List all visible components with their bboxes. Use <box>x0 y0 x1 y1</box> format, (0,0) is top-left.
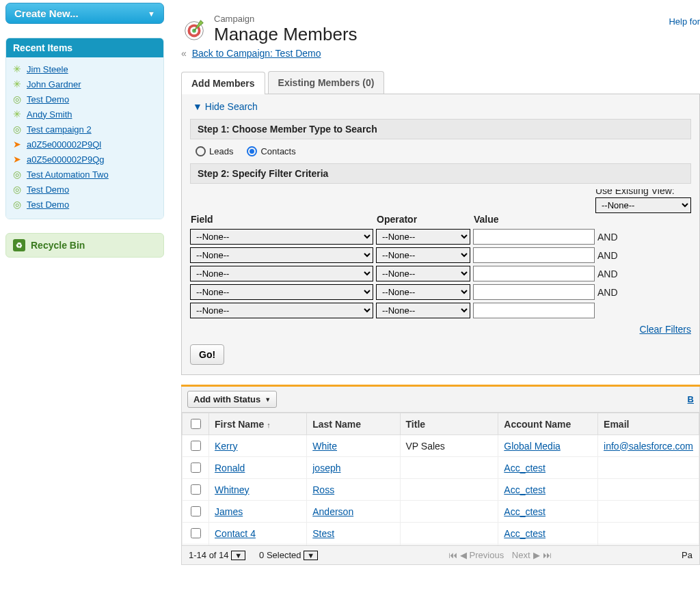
filter-field-select[interactable]: --None-- <box>190 266 373 281</box>
pager-range[interactable]: 1-14 of 14 ▼ <box>189 550 245 560</box>
recent-item[interactable]: ◎Test Demo <box>10 182 161 197</box>
account-link[interactable]: Acc_ctest <box>504 506 546 517</box>
pager-selected[interactable]: 0 Selected ▼ <box>259 550 318 560</box>
filter-value-input[interactable] <box>473 266 595 281</box>
col-account-name[interactable]: Account Name <box>498 413 598 435</box>
filter-value-input[interactable] <box>473 284 595 300</box>
recent-item-link[interactable]: Test Demo <box>27 184 69 195</box>
last-name-link[interactable]: Ross <box>312 484 334 495</box>
left-sidebar: Create New... ▼ Recent Items ✳Jim Steele… <box>0 0 167 565</box>
recent-item[interactable]: ✳Andy Smith <box>10 107 161 122</box>
recent-item[interactable]: ➤a0Z5e000002P9Qg <box>10 152 161 167</box>
filter-value-input[interactable] <box>473 247 595 263</box>
page-title: Manage Members <box>214 24 358 45</box>
recent-item[interactable]: ◎Test Demo <box>10 92 161 107</box>
last-page-icon[interactable]: ⏭ <box>543 550 552 560</box>
account-link[interactable]: Global Media <box>504 441 561 452</box>
filter-value-input[interactable] <box>473 303 595 318</box>
recent-item-link[interactable]: a0Z5e000002P9Qg <box>27 154 104 165</box>
results-table: First Name↑ Last Name Title Account Name… <box>182 413 699 545</box>
filter-field-select[interactable]: --None-- <box>190 247 373 263</box>
filter-operator-select[interactable]: --None-- <box>376 266 470 281</box>
campaign-icon: ◎ <box>12 169 23 180</box>
first-name-link[interactable]: Kerry <box>215 441 237 452</box>
recent-item-link[interactable]: Jim Steele <box>27 64 68 74</box>
col-email[interactable]: Email <box>598 413 699 435</box>
title-cell <box>400 457 498 479</box>
col-first-name[interactable]: First Name↑ <box>209 413 307 435</box>
add-with-status-button[interactable]: Add with Status ▼ <box>187 391 277 408</box>
letter-filter-link[interactable]: B <box>688 394 694 404</box>
recent-item-link[interactable]: Test Automation Two <box>27 169 109 180</box>
filter-field-select[interactable]: --None-- <box>190 229 373 245</box>
recent-item[interactable]: ✳Jim Steele <box>10 61 161 77</box>
title-cell <box>400 523 498 544</box>
tab-add-members[interactable]: Add Members <box>181 72 265 94</box>
radio-contacts-label: Contacts <box>260 146 295 156</box>
go-button[interactable]: Go! <box>190 344 224 365</box>
recent-item[interactable]: ◎Test Automation Two <box>10 167 161 182</box>
col-last-name[interactable]: Last Name <box>307 413 400 435</box>
row-checkbox[interactable] <box>191 506 201 516</box>
help-link[interactable]: Help for <box>669 16 700 27</box>
create-new-button[interactable]: Create New... ▼ <box>5 3 164 24</box>
col-operator: Operator <box>376 213 473 227</box>
filter-operator-select[interactable]: --None-- <box>376 284 470 300</box>
radio-leads[interactable]: Leads <box>196 146 233 156</box>
clear-filters-link[interactable]: Clear Filters <box>640 324 691 335</box>
account-link[interactable]: Acc_ctest <box>504 463 546 473</box>
recent-item[interactable]: ➤a0Z5e000002P9Ql <box>10 137 161 152</box>
account-link[interactable]: Acc_ctest <box>504 484 546 495</box>
hide-search-toggle[interactable]: ▼ Hide Search <box>193 101 691 112</box>
first-name-link[interactable]: Ronald <box>215 463 245 473</box>
prev-page-icon[interactable]: ◀ <box>460 550 467 560</box>
row-checkbox[interactable] <box>191 463 201 473</box>
next-label[interactable]: Next <box>512 550 530 560</box>
filter-value-input[interactable] <box>473 229 595 245</box>
recent-item-link[interactable]: Test campaign 2 <box>27 124 92 135</box>
row-checkbox[interactable] <box>191 441 201 451</box>
filter-operator-select[interactable]: --None-- <box>376 303 470 318</box>
recent-item-link[interactable]: Test Demo <box>27 94 69 105</box>
first-name-link[interactable]: James <box>215 506 243 517</box>
tab-existing-members[interactable]: Existing Members (0) <box>268 71 385 94</box>
recycle-bin-link[interactable]: ♻ Recycle Bin <box>5 233 164 258</box>
recent-item-link[interactable]: Test Demo <box>27 199 69 210</box>
existing-view-select[interactable]: --None-- <box>595 197 691 213</box>
account-link[interactable]: Acc_ctest <box>504 528 546 539</box>
filter-operator-select[interactable]: --None-- <box>376 247 470 263</box>
table-row: WhitneyRossAcc_ctest <box>183 479 699 501</box>
recent-item-link[interactable]: Andy Smith <box>27 109 72 120</box>
radio-contacts[interactable]: Contacts <box>247 146 295 156</box>
filter-field-select[interactable]: --None-- <box>190 284 373 300</box>
main-content: Help for Campaign Manage Members « Back … <box>167 0 700 565</box>
recent-item[interactable]: ◎Test Demo <box>10 197 161 212</box>
first-name-link[interactable]: Contact 4 <box>215 528 256 539</box>
next-page-icon[interactable]: ▶ <box>533 550 540 560</box>
recycle-bin-icon: ♻ <box>13 239 25 251</box>
select-all-checkbox[interactable] <box>191 419 201 429</box>
person-icon: ✳ <box>12 64 23 74</box>
add-with-status-label: Add with Status <box>193 394 260 404</box>
col-value: Value <box>473 213 597 227</box>
recent-item-link[interactable]: John Gardner <box>27 79 81 89</box>
last-name-link[interactable]: joseph <box>312 463 340 473</box>
recent-item-link[interactable]: a0Z5e000002P9Ql <box>27 139 101 150</box>
campaign-icon: ◎ <box>12 94 23 105</box>
first-name-link[interactable]: Whitney <box>215 484 250 495</box>
filter-operator-select[interactable]: --None-- <box>376 229 470 245</box>
back-to-campaign-link[interactable]: Back to Campaign: Test Demo <box>192 48 321 59</box>
email-link[interactable]: info@salesforce.com <box>604 441 693 452</box>
object-label: Campaign <box>214 14 358 24</box>
recent-item[interactable]: ✳John Gardner <box>10 77 161 92</box>
row-checkbox[interactable] <box>191 528 201 538</box>
row-checkbox[interactable] <box>191 484 201 495</box>
last-name-link[interactable]: Anderson <box>312 506 353 517</box>
col-title[interactable]: Title <box>400 413 498 435</box>
first-page-icon[interactable]: ⏮ <box>448 550 457 560</box>
prev-label[interactable]: Previous <box>470 550 504 560</box>
filter-field-select[interactable]: --None-- <box>190 303 373 318</box>
last-name-link[interactable]: Stest <box>312 528 334 539</box>
recent-item[interactable]: ◎Test campaign 2 <box>10 122 161 137</box>
last-name-link[interactable]: White <box>312 441 337 452</box>
